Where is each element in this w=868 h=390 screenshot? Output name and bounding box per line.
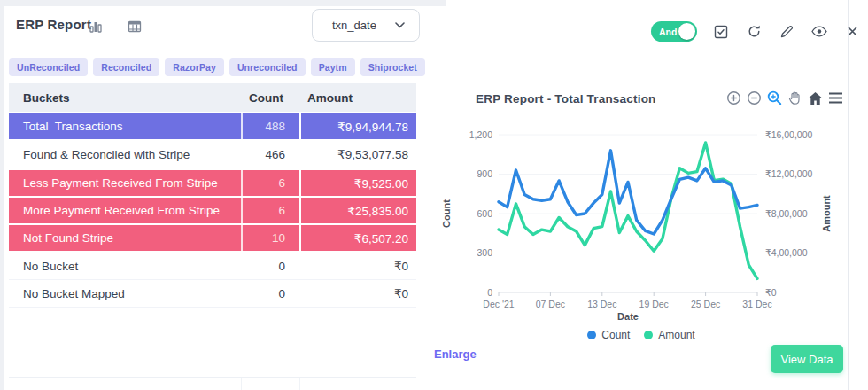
next-table-partial-row [9,377,416,390]
amount-cell: ₹9,53,077.58 [299,141,416,168]
amount-cell: ₹6,507.20 [299,225,416,251]
table-row[interactable]: No Bucket Mapped 0 ₹0 [9,280,416,308]
chart-title: ERP Report - Total Transaction [476,92,656,105]
filter-chip[interactable]: RazorPay [165,58,224,76]
count-cell: 6 [241,198,299,223]
date-field-dropdown[interactable]: txn_date [312,9,420,42]
bucket-cell: Less Payment Received From Stripe [9,170,241,196]
filter-chips: UnReconciledReconciledRazorPayUnreconcil… [9,58,425,76]
refresh-icon[interactable] [745,23,763,41]
axis-text: ₹0 [765,287,777,298]
legend-label: Count [601,329,630,341]
edit-icon[interactable] [778,23,795,41]
table-row[interactable]: Total Transactions 488 ₹9,94,944.78 [9,113,416,139]
table-row[interactable]: Not Found Stripe 10 ₹6,507.20 [9,225,416,251]
and-or-toggle[interactable]: And [651,21,697,42]
column-header-buckets: Buckets [9,83,241,112]
filter-chip[interactable]: Reconciled [93,58,159,76]
filter-chip[interactable]: Paytm [311,58,355,76]
page-background-edge [0,0,4,390]
axis-text: 300 [477,247,492,258]
view-data-button[interactable]: View Data [771,345,843,373]
axis-text: 600 [477,208,492,219]
table-row[interactable]: No Bucket 0 ₹0 [9,253,416,280]
close-icon[interactable] [843,23,861,41]
erp-report-widget: ERP Report txn_date And UnReconciledReco… [0,0,868,390]
legend-label: Amount [658,329,694,341]
table-row[interactable]: Less Payment Received From Stripe 6 ₹9,5… [9,170,416,196]
axis-text: 07 Dec [536,299,565,309]
axis-text: Amount [821,195,832,232]
axis-text: ₹8,00,000 [765,208,808,219]
box-zoom-icon[interactable] [767,90,782,105]
buckets-table: Buckets Count Amount Total Transactions … [9,83,416,308]
amount-cell: ₹9,525.00 [299,170,416,196]
filter-chip[interactable]: Unreconciled [229,58,306,76]
legend-dot [587,331,596,339]
filter-chip[interactable]: Shiprocket [360,58,425,76]
chip-label: Unreconciled [237,62,298,73]
column-header-amount: Amount [299,83,416,112]
bar-chart-icon[interactable] [87,18,105,35]
table-row[interactable]: Found & Reconciled with Stripe 466 ₹9,53… [9,141,416,168]
enlarge-link[interactable]: Enlarge [434,347,477,361]
zoom-in-icon[interactable] [726,90,741,105]
view-switcher [87,18,143,35]
count-cell: 0 [241,280,299,307]
chevron-down-icon [391,17,408,35]
axis-text: 25 Dec [691,299,720,309]
chart-panel: ERP Report - Total Transaction 030060090… [434,84,849,390]
axis-text: 900 [477,168,492,179]
zoom-out-icon[interactable] [747,90,762,105]
axis-text: ₹16,00,000 [765,129,813,140]
chip-label: Reconciled [101,62,151,73]
count-cell: 10 [241,225,299,251]
chip-label: UnReconciled [17,62,80,73]
amount-cell: ₹9,94,944.78 [299,113,416,139]
legend-item-count[interactable]: Count [587,329,630,341]
eye-icon[interactable] [810,23,828,41]
home-icon[interactable] [808,90,823,105]
toggle-knob [678,23,695,40]
page-title: ERP Report [16,17,91,32]
bucket-cell: Total Transactions [9,113,241,139]
table-header-row: Buckets Count Amount [9,83,416,112]
count-cell: 0 [241,253,299,279]
bucket-cell: Not Found Stripe [9,225,241,251]
axis-text: Count [441,199,452,228]
pan-icon[interactable] [787,90,802,105]
axis-text: 1,200 [469,129,492,140]
count-cell: 466 [241,141,299,168]
axis-text: Dec '21 [483,299,514,309]
checkbox-icon[interactable] [712,23,730,41]
legend-item-amount[interactable]: Amount [644,329,694,341]
filter-chip[interactable]: UnReconciled [9,58,88,76]
series-line-count [499,151,757,234]
page-background-edge [0,0,446,6]
widget-actions: And [651,21,861,42]
table-row[interactable]: More Payment Received From Stripe 6 ₹25,… [9,198,416,223]
count-cell: 488 [241,113,299,139]
axis-text: 0 [487,287,492,298]
bucket-cell: No Bucket [9,253,241,279]
toggle-label: And [659,27,677,37]
axis-text: 19 Dec [639,299,669,309]
axis-text: 31 Dec [742,299,771,309]
axis-text: ₹12,00,000 [765,168,813,179]
bucket-cell: Found & Reconciled with Stripe [9,141,241,168]
menu-icon[interactable] [828,90,843,105]
line-chart: 03006009001,200₹0₹4,00,000₹8,00,000₹12,0… [434,120,849,329]
data-table-icon[interactable] [126,18,143,35]
bucket-cell: More Payment Received From Stripe [9,198,241,223]
legend-dot [644,331,653,339]
amount-cell: ₹0 [299,253,416,279]
amount-cell: ₹0 [299,280,416,307]
chart-toolbar [726,90,843,105]
axis-text: ₹4,00,000 [765,247,808,258]
count-cell: 6 [241,170,299,196]
chart-legend: CountAmount [434,329,849,341]
bucket-cell: No Bucket Mapped [9,280,241,307]
series-line-amount [499,143,757,279]
axis-text: 13 Dec [587,299,616,309]
chip-label: RazorPay [173,62,216,73]
